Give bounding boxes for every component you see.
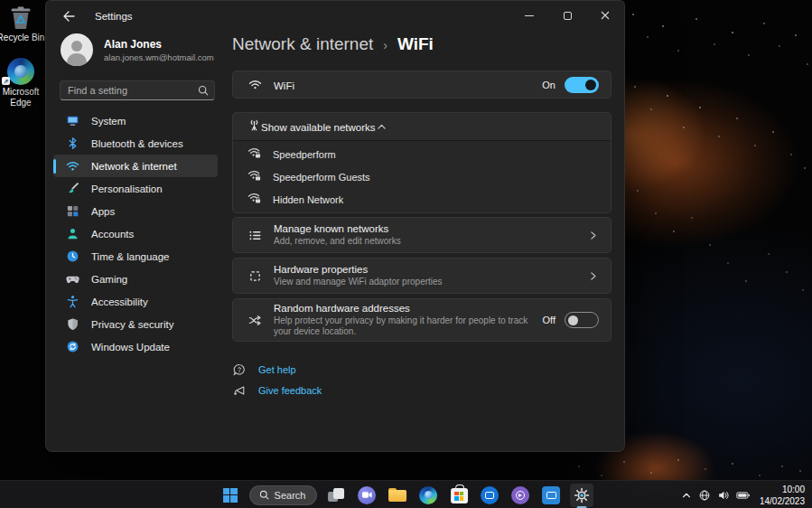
manage-known-networks-row[interactable]: Manage known networks Add, remove, and e… — [232, 217, 611, 253]
get-help-link[interactable]: Get help — [232, 363, 611, 376]
network-item[interactable]: Speedperform Guests — [233, 165, 611, 188]
expander-header[interactable]: Show available networks — [233, 113, 611, 140]
paintbrush-icon — [65, 182, 79, 196]
chat-button[interactable] — [355, 484, 378, 507]
chip-icon — [247, 268, 262, 283]
battery-icon[interactable] — [736, 490, 751, 501]
sidebar-item-apps[interactable]: Apps — [53, 200, 218, 222]
desktop-icon-label: Microsoft Edge — [0, 87, 47, 108]
windows-logo-icon — [223, 488, 238, 503]
sidebar-item-windows-update[interactable]: Windows Update — [53, 335, 218, 358]
breadcrumb: Network & internet › WiFi — [232, 33, 611, 55]
wifi-icon — [65, 159, 79, 174]
user-name: Alan Jones — [104, 38, 214, 51]
sidebar-item-label: Apps — [91, 206, 115, 217]
accessibility-icon — [65, 295, 79, 309]
microsoft-store-button[interactable] — [447, 484, 471, 507]
row-subtitle: View and manage WiFi adaptor properties — [274, 277, 587, 288]
accounts-icon — [65, 227, 79, 241]
wifi-icon — [247, 78, 262, 92]
link-label: Give feedback — [258, 385, 322, 396]
row-title: Random hardware addresses — [274, 303, 540, 314]
clock-time: 10:00 — [760, 484, 805, 495]
sidebar-item-label: Gaming — [91, 274, 127, 285]
sidebar-nav: System Bluetooth & devices Network & int… — [53, 109, 218, 358]
edge-icon — [419, 486, 437, 504]
task-view-button[interactable] — [324, 484, 348, 507]
row-subtitle: Add, remove, and edit networks — [274, 236, 587, 248]
network-name: Hidden Network — [273, 194, 343, 205]
recycle-bin-icon — [0, 5, 47, 31]
wifi-toggle-state: On — [542, 80, 555, 90]
wifi-secured-icon — [247, 168, 261, 185]
shield-icon — [65, 317, 79, 332]
available-networks-expander: Show available networks Speedperform Spe — [232, 112, 611, 213]
volume-icon[interactable] — [717, 489, 730, 502]
network-item[interactable]: Speedperform — [233, 143, 611, 165]
pinned-app-button-1[interactable] — [478, 484, 501, 507]
taskbar-search-label: Search — [275, 490, 306, 501]
random-hardware-toggle[interactable] — [565, 312, 599, 328]
sidebar-item-network-internet[interactable]: Network & internet — [53, 155, 218, 177]
breadcrumb-separator-icon: › — [383, 36, 387, 52]
settings-window: Settings Alan Jones alan.jones.wm@hotmai… — [45, 0, 625, 452]
pinned-app-button-2[interactable] — [509, 484, 532, 507]
network-globe-icon[interactable] — [698, 489, 711, 502]
chevron-right-icon — [587, 230, 599, 241]
chevron-right-icon — [587, 270, 599, 282]
sidebar-item-label: Network & internet — [91, 161, 177, 172]
networks-list: Speedperform Speedperform Guests Hidden … — [233, 140, 611, 212]
network-name: Speedperform — [273, 149, 336, 160]
start-button[interactable] — [219, 484, 242, 507]
clock-date: 14/02/2023 — [760, 495, 805, 507]
random-toggle-state: Off — [543, 315, 555, 325]
breadcrumb-parent[interactable]: Network & internet — [232, 34, 373, 54]
file-explorer-button[interactable] — [386, 484, 409, 507]
back-button[interactable] — [55, 5, 82, 27]
expander-label: Show available networks — [261, 122, 376, 133]
main-content: Network & internet › WiFi WiFi On Show a… — [232, 1, 611, 405]
sidebar-item-personalisation[interactable]: Personalisation — [53, 177, 218, 200]
gamepad-icon — [65, 272, 79, 287]
sidebar-item-privacy-security[interactable]: Privacy & security — [53, 313, 218, 335]
system-icon — [65, 114, 79, 128]
sidebar-item-bluetooth-devices[interactable]: Bluetooth & devices — [53, 132, 218, 155]
give-feedback-link[interactable]: Give feedback — [232, 384, 611, 397]
wifi-secured-icon — [247, 146, 261, 163]
settings-app-button[interactable] — [570, 484, 593, 507]
sidebar-item-system[interactable]: System — [53, 109, 218, 132]
sidebar-item-gaming[interactable]: Gaming — [53, 268, 218, 290]
sidebar-item-label: Accessibility — [91, 296, 148, 307]
sidebar-item-label: Accounts — [91, 229, 134, 240]
user-profile[interactable]: Alan Jones alan.jones.wm@hotmail.com — [61, 33, 214, 66]
window-title: Settings — [95, 11, 133, 22]
get-help-icon — [232, 363, 246, 376]
sidebar-item-time-language[interactable]: Time & language — [53, 245, 218, 268]
chevron-up-icon[interactable] — [376, 121, 387, 133]
purple-app-icon — [511, 486, 529, 504]
network-item[interactable]: Hidden Network — [233, 188, 611, 211]
hardware-properties-row[interactable]: Hardware properties View and manage WiFi… — [232, 258, 611, 294]
apps-icon — [65, 204, 79, 219]
bluetooth-icon — [65, 136, 79, 151]
settings-search[interactable] — [60, 80, 215, 100]
wifi-toggle[interactable] — [565, 77, 599, 93]
sidebar-item-accessibility[interactable]: Accessibility — [53, 290, 218, 313]
search-icon — [259, 490, 269, 500]
edge-button[interactable] — [416, 484, 440, 507]
microsoft-store-icon — [451, 488, 468, 503]
shortcut-arrow-icon: ↗ — [2, 77, 10, 85]
sidebar-item-accounts[interactable]: Accounts — [53, 222, 218, 245]
search-input[interactable] — [68, 85, 198, 96]
chat-icon — [358, 486, 376, 504]
wifi-toggle-card: WiFi On — [232, 71, 611, 99]
back-arrow-icon — [62, 11, 75, 22]
sidebar-item-label: System — [91, 116, 126, 127]
desktop-icon-microsoft-edge[interactable]: ↗ Microsoft Edge — [0, 58, 47, 108]
tray-chevron-up-icon[interactable] — [681, 490, 692, 501]
pinned-app-button-3[interactable] — [539, 484, 563, 507]
taskbar-clock[interactable]: 10:00 14/02/2023 — [760, 484, 805, 507]
taskbar-search[interactable]: Search — [249, 485, 318, 505]
random-hardware-addresses-row: Random hardware addresses Help protect y… — [232, 298, 611, 342]
desktop-icon-recycle-bin[interactable]: Recycle Bin — [0, 5, 47, 43]
